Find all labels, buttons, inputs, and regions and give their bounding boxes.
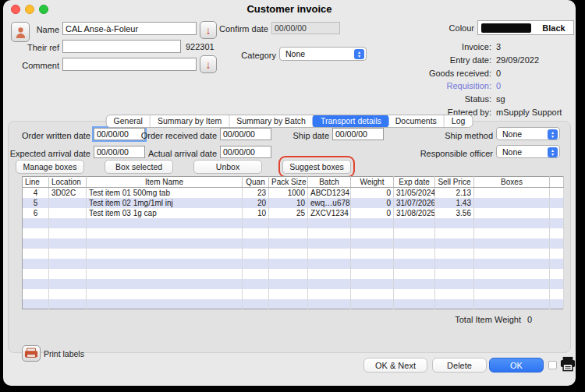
info-label: Entry date: <box>315 55 491 65</box>
column-header-location[interactable]: Location <box>49 177 87 188</box>
actual-arrival-date-input[interactable] <box>220 146 271 158</box>
unbox-button[interactable]: Unbox <box>193 160 262 174</box>
ship-date-input[interactable] <box>332 128 384 140</box>
table-cell <box>243 279 269 289</box>
column-header-boxes[interactable]: Boxes <box>474 177 550 188</box>
table-cell <box>351 259 394 269</box>
customer-invoice-window: Customer invoice Name ↓ Their ref 922301… <box>3 0 576 386</box>
table-cell <box>351 249 394 259</box>
table-row[interactable]: 6Test item 03 1g cap1025ZXCV1234031/08/2… <box>23 208 564 218</box>
info-value: 3 <box>496 42 501 51</box>
column-header-line[interactable]: Line <box>23 177 49 188</box>
table-row-empty[interactable] <box>23 249 564 259</box>
confirm-date-label: Confirm date <box>190 24 268 34</box>
table-cell <box>351 238 394 249</box>
manage-boxes-button[interactable]: Manage boxes <box>16 160 84 174</box>
table-cell <box>243 249 269 259</box>
table-cell <box>308 289 351 299</box>
table-cell <box>243 269 269 279</box>
table-cell <box>87 289 243 299</box>
colour-value: Black <box>534 23 573 33</box>
column-header-quan[interactable]: Quan <box>243 177 269 188</box>
table-cell <box>435 249 474 259</box>
table-cell <box>351 218 394 228</box>
stepper-icon: ▴▾ <box>548 147 558 157</box>
table-row[interactable]: 5Test item 02 1mg/1ml inj2010ewq…u678031… <box>23 198 564 208</box>
colour-picker[interactable]: Black <box>477 20 574 35</box>
tab-summary-by-item[interactable]: Summary by Item <box>151 115 229 127</box>
table-header-row: LineLocationItem NameQuanPack SizeBatchW… <box>23 177 564 188</box>
table-cell <box>351 299 394 309</box>
table-row[interactable]: 43D02CTest item 01 500mg tab231000ABCD12… <box>23 188 564 198</box>
table-cell <box>550 198 564 208</box>
table-cell <box>269 279 308 289</box>
ok-next-button[interactable]: OK & Next <box>363 358 427 373</box>
suggest-boxes-button[interactable]: Suggest boxes <box>282 160 351 174</box>
tab-documents[interactable]: Documents <box>388 115 445 127</box>
window-title: Customer invoice <box>3 3 576 15</box>
table-cell <box>474 228 550 238</box>
tab-summary-by-batch[interactable]: Summary by Batch <box>229 115 314 127</box>
name-input[interactable] <box>62 22 197 35</box>
order-received-date-label: Order received date <box>120 131 217 140</box>
table-cell <box>550 188 564 198</box>
table-cell <box>23 249 49 259</box>
table-cell: 3.56 <box>435 208 474 218</box>
responsible-officer-dropdown[interactable]: None ▴▾ <box>496 145 560 158</box>
table-cell <box>87 238 243 249</box>
ship-method-label: Ship method <box>393 131 493 140</box>
table-cell <box>243 259 269 269</box>
print-labels-button[interactable] <box>22 345 41 362</box>
info-row-requisition[interactable]: Requisition:0 <box>3 81 576 91</box>
table-cell <box>87 249 243 259</box>
table-cell <box>550 289 564 299</box>
table-row-empty[interactable] <box>23 269 564 279</box>
column-header-exp-date[interactable]: Exp date <box>394 177 435 188</box>
print-button[interactable] <box>558 356 576 373</box>
info-row-entry-date: Entry date:29/09/2022 <box>3 55 576 65</box>
ok-button[interactable]: OK <box>489 358 544 373</box>
column-header-pack-size[interactable]: Pack Size <box>269 177 308 188</box>
table-cell <box>394 249 435 259</box>
column-header-item-name[interactable]: Item Name <box>87 177 243 188</box>
table-row-empty[interactable] <box>23 259 564 269</box>
column-header-weight[interactable]: Weight <box>351 177 394 188</box>
table-cell <box>435 299 474 309</box>
table-cell: 23 <box>243 188 269 198</box>
table-cell: 31/08/2025 <box>394 208 435 218</box>
table-cell <box>308 299 351 309</box>
table-row-empty[interactable] <box>23 218 564 228</box>
table-cell: Test item 03 1g cap <box>87 208 243 218</box>
table-cell <box>308 228 351 238</box>
table-row-empty[interactable] <box>23 279 564 289</box>
table-cell: 3D02C <box>49 188 87 198</box>
delete-button[interactable]: Delete <box>432 358 487 373</box>
table-cell: 1.43 <box>435 198 474 208</box>
table-cell <box>474 279 550 289</box>
table-cell: 5 <box>23 198 49 208</box>
tab-log[interactable]: Log <box>445 115 473 127</box>
box-selected-button[interactable]: Box selected <box>105 160 173 174</box>
tab-transport-details[interactable]: Transport details <box>313 115 389 128</box>
responsible-officer-label: Responsible officer <box>393 149 493 158</box>
table-row-empty[interactable] <box>23 228 564 238</box>
info-row-invoice: Invoice:3 <box>3 42 576 52</box>
order-written-date-label: Order written date <box>3 131 90 140</box>
table-cell <box>435 289 474 299</box>
table-cell <box>394 238 435 249</box>
table-cell <box>435 259 474 269</box>
table-row-empty[interactable] <box>23 238 564 249</box>
table-cell <box>394 289 435 299</box>
ship-method-dropdown[interactable]: None ▴▾ <box>496 127 560 140</box>
label-printer-icon <box>24 348 38 359</box>
table-cell <box>394 299 435 309</box>
table-row-empty[interactable] <box>23 299 564 309</box>
print-checkbox[interactable] <box>548 361 557 369</box>
tab-general[interactable]: General <box>107 115 151 127</box>
table-cell <box>550 208 564 218</box>
column-header-batch[interactable]: Batch <box>308 177 351 188</box>
table-cell: 31/07/2026 <box>394 198 435 208</box>
column-header-sell-price[interactable]: Sell Price <box>435 177 474 188</box>
table-cell: ZXCV1234 <box>308 208 351 218</box>
table-row-empty[interactable] <box>23 289 564 299</box>
